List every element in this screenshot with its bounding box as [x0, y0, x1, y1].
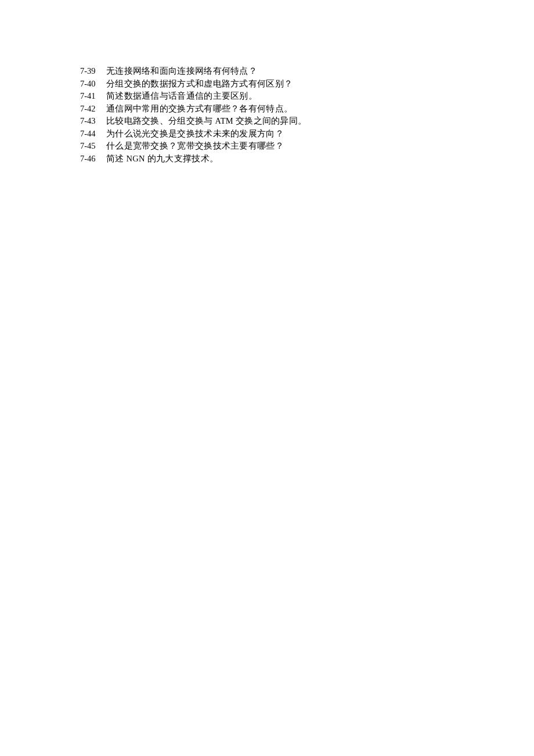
- item-number: 7-44: [80, 128, 106, 141]
- item-text: 无连接网络和面向连接网络有何特点？: [106, 65, 257, 78]
- item-number: 7-41: [80, 90, 106, 103]
- item-number: 7-46: [80, 153, 106, 165]
- item-text: 简述 NGN 的九大支撑技术。: [106, 153, 218, 165]
- list-item: 7-44 为什么说光交换是交换技术未来的发展方向？: [80, 128, 457, 141]
- list-item: 7-45 什么是宽带交换？宽带交换技术主要有哪些？: [80, 140, 457, 153]
- question-list: 7-39 无连接网络和面向连接网络有何特点？ 7-40 分组交换的数据报方式和虚…: [80, 65, 457, 165]
- list-item: 7-46 简述 NGN 的九大支撑技术。: [80, 153, 457, 165]
- list-item: 7-39 无连接网络和面向连接网络有何特点？: [80, 65, 457, 78]
- item-number: 7-40: [80, 78, 106, 91]
- list-item: 7-43 比较电路交换、分组交换与 ATM 交换之间的异同。: [80, 115, 457, 128]
- item-number: 7-45: [80, 140, 106, 153]
- item-number: 7-39: [80, 65, 106, 78]
- item-text: 为什么说光交换是交换技术未来的发展方向？: [106, 128, 284, 141]
- item-text: 分组交换的数据报方式和虚电路方式有何区别？: [106, 78, 293, 91]
- item-text: 通信网中常用的交换方式有哪些？各有何特点。: [106, 103, 293, 116]
- item-text: 简述数据通信与话音通信的主要区别。: [106, 90, 257, 103]
- item-number: 7-42: [80, 103, 106, 116]
- item-number: 7-43: [80, 115, 106, 128]
- list-item: 7-42 通信网中常用的交换方式有哪些？各有何特点。: [80, 103, 457, 116]
- list-item: 7-40 分组交换的数据报方式和虚电路方式有何区别？: [80, 78, 457, 91]
- item-text: 什么是宽带交换？宽带交换技术主要有哪些？: [106, 140, 284, 153]
- list-item: 7-41 简述数据通信与话音通信的主要区别。: [80, 90, 457, 103]
- item-text: 比较电路交换、分组交换与 ATM 交换之间的异同。: [106, 115, 306, 128]
